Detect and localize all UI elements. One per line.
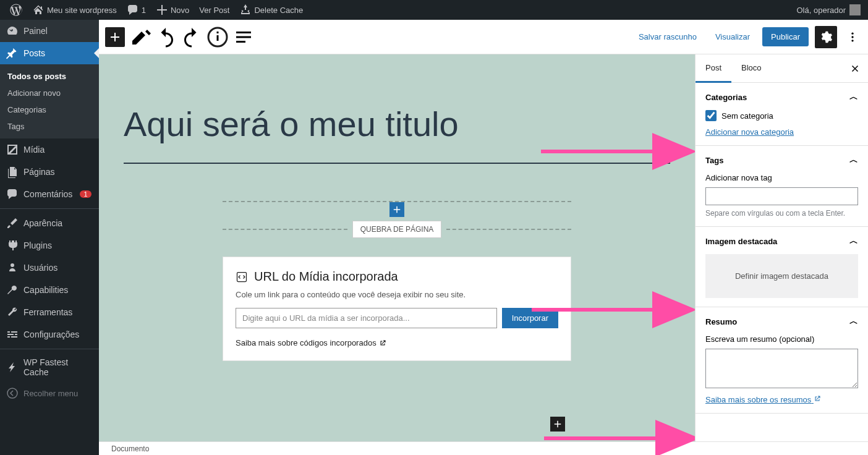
users-icon [6,262,19,274]
sidebar-item-capabilities[interactable]: Capabilities [0,279,99,301]
submenu-all-posts[interactable]: Todos os posts [0,68,99,85]
avatar [849,4,861,15]
page-break-block[interactable]: QUEBRA DE PÁGINA [223,201,571,238]
panel-featured-image: Imagem destacada ︿ Definir imagem destac… [696,227,868,307]
sidebar-item-label: Capabilities [23,285,68,295]
key-icon [6,284,19,296]
editor: Salvar rascunho Visualizar Publicar Aqui… [99,20,868,455]
inspector-panel: Post Bloco Categorias ︿ Sem categoria Ad… [695,54,868,455]
view-post-label: Ver Post [199,6,229,15]
add-category-link[interactable]: Adicionar nova categoria [705,127,794,137]
tags-hint: Separe com vírgulas ou com a tecla Enter… [705,209,858,218]
sidebar-item-label: Posts [23,48,45,58]
chevron-up-icon: ︿ [849,236,858,247]
set-featured-image-button[interactable]: Definir imagem destacada [705,254,858,298]
sidebar-item-tools[interactable]: Ferramentas [0,301,99,323]
category-uncategorized[interactable]: Sem categoria [705,110,858,121]
comments-link[interactable]: 1 [122,0,151,20]
submenu-add-post[interactable]: Adicionar novo [0,85,99,101]
svg-point-3 [851,36,853,38]
tags-label: Adicionar nova tag [705,173,858,182]
wrench-icon [6,306,19,318]
sidebar-item-users[interactable]: Usuários [0,257,99,279]
wp-logo[interactable] [5,0,27,20]
sidebar-item-label: Usuários [23,263,57,273]
undo-button[interactable] [155,26,177,48]
collapse-label: Recolher menu [23,389,78,398]
embed-description: Cole um link para o conteúdo que você de… [236,290,558,299]
summary-textarea[interactable] [705,349,858,388]
preview-button[interactable]: Visualizar [709,28,756,45]
sidebar-item-posts[interactable]: Posts [0,42,99,64]
delete-cache-label: Delete Cache [254,6,303,15]
sliders-icon [6,328,19,341]
sidebar-item-label: Páginas [23,167,55,177]
more-options-button[interactable] [843,26,862,48]
submenu-tags[interactable]: Tags [0,118,99,135]
panel-categories: Categorias ︿ Sem categoria Adicionar nov… [696,83,868,146]
panel-tags-toggle[interactable]: Tags ︿ [705,155,858,166]
submenu-categories[interactable]: Categorias [0,101,99,118]
edit-mode-button[interactable] [129,26,151,48]
site-name: Meu site wordpress [47,6,117,15]
chevron-up-icon: ︿ [849,91,858,103]
sidebar-item-label: Configurações [23,330,79,339]
embed-block[interactable]: URL do Mídia incorporada Cole um link pa… [223,257,571,361]
cache-icon [239,4,252,16]
close-inspector-button[interactable] [847,61,863,79]
redo-button[interactable] [181,26,203,48]
save-draft-button[interactable]: Salvar rascunho [632,28,703,45]
breadcrumb[interactable]: Documento [111,444,149,453]
sidebar-item-pages[interactable]: Páginas [0,161,99,183]
sidebar-item-appearance[interactable]: Aparência [0,212,99,234]
embed-title: URL do Mídia incorporada [254,270,398,284]
user-menu[interactable]: Olá, operador [797,4,864,15]
sidebar-item-label: Mídia [23,145,45,155]
sidebar-item-dashboard[interactable]: Painel [0,20,99,42]
embed-url-input[interactable] [236,308,497,328]
sidebar-item-label: WP Fastest Cache [23,357,93,377]
panel-categories-toggle[interactable]: Categorias ︿ [705,91,858,103]
editor-canvas[interactable]: Aqui será o meu titulo QUEBRA DE PÁGINA … [99,54,695,455]
category-checkbox[interactable] [705,110,717,121]
admin-bar: Meu site wordpress 1 Novo Ver Post Delet… [0,0,868,20]
post-title[interactable]: Aqui será o meu titulo [99,54,695,163]
delete-cache-link[interactable]: Delete Cache [234,0,308,20]
view-post-link[interactable]: Ver Post [194,0,234,20]
new-label: Novo [171,6,189,15]
collapse-menu[interactable]: Recolher menu [0,382,99,404]
panel-summary-toggle[interactable]: Resumo ︿ [705,316,858,327]
site-link[interactable]: Meu site wordpress [27,0,122,20]
brush-icon [6,217,19,229]
append-block-button[interactable] [550,417,565,432]
sidebar-item-comments[interactable]: Comentários 1 [0,183,99,205]
publish-button[interactable]: Publicar [762,27,809,46]
media-icon [6,143,19,156]
sidebar-item-wpfc[interactable]: WP Fastest Cache [0,352,99,382]
tags-input[interactable] [705,187,858,205]
info-button[interactable] [206,26,229,48]
summary-learn-more-link[interactable]: Saiba mais sobre os resumos [705,395,821,404]
embed-button[interactable]: Incorporar [502,308,558,328]
sidebar-item-media[interactable]: Mídia [0,138,99,161]
tab-post[interactable]: Post [696,54,731,83]
embed-learn-more-link[interactable]: Saiba mais sobre códigos incorporados [236,338,386,347]
chevron-up-icon: ︿ [849,155,858,166]
new-link[interactable]: Novo [151,0,194,20]
pages-icon [6,166,19,178]
settings-toggle[interactable] [815,26,837,48]
svg-point-2 [851,32,853,34]
insert-block-button[interactable] [389,202,404,217]
inspector-tabs: Post Bloco [696,54,868,83]
panel-featured-toggle[interactable]: Imagem destacada ︿ [705,236,858,247]
posts-submenu: Todos os posts Adicionar novo Categorias… [0,64,99,138]
pin-icon [6,47,19,59]
add-block-button[interactable] [105,27,125,47]
external-link-icon [814,395,821,402]
title-underline [124,163,670,164]
tab-block[interactable]: Bloco [731,54,772,82]
sidebar-item-settings[interactable]: Configurações [0,323,99,346]
sidebar-item-plugins[interactable]: Plugins [0,234,99,257]
outline-button[interactable] [232,26,255,48]
external-link-icon [379,339,386,347]
